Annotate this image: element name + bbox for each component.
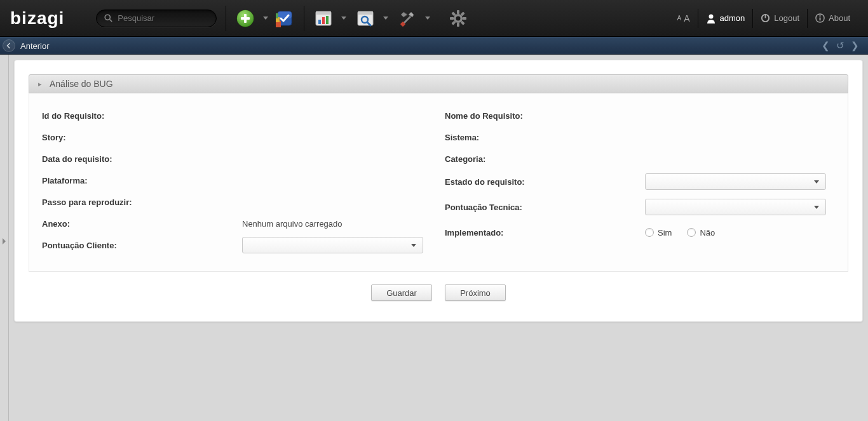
field-pontuacao-cliente: Pontuação Cliente:: [42, 234, 432, 256]
svg-line-1: [110, 20, 112, 22]
breadcrumb-label[interactable]: Anterior: [20, 41, 50, 51]
field-id-requisito: Id do Requisito:: [42, 105, 432, 126]
field-data-requisito: Data do requisito:: [42, 148, 432, 170]
dropdown-caret-icon: [411, 244, 416, 247]
font-size-toggle[interactable]: AA: [669, 6, 697, 31]
toolbar-new-group: [235, 8, 271, 29]
save-button[interactable]: Guardar: [371, 284, 432, 301]
toolbar-admin-group: [397, 8, 433, 29]
topbar: bizagi: [0, 0, 868, 37]
label-story: Story:: [42, 133, 242, 142]
user-icon: [706, 13, 716, 23]
field-categoria: Categoria:: [445, 148, 835, 170]
svg-rect-23: [457, 23, 459, 27]
left-rail[interactable]: [0, 55, 9, 421]
field-sistema: Sistema:: [445, 126, 835, 148]
dropdown-caret-icon: [814, 180, 819, 184]
svg-rect-17: [358, 11, 373, 15]
svg-rect-22: [457, 10, 459, 14]
svg-rect-13: [318, 20, 321, 24]
dropdown-caret-icon[interactable]: [341, 17, 346, 20]
radio-group-implementado: Sim Não: [645, 228, 715, 237]
radio-sim[interactable]: Sim: [645, 228, 672, 237]
expand-handle-icon: [3, 238, 6, 244]
select-pontuacao-tecnica[interactable]: [645, 199, 826, 215]
logout-button[interactable]: Logout: [753, 6, 807, 31]
field-story: Story:: [42, 126, 432, 148]
chevron-left-icon: [6, 43, 12, 49]
label-pontuacao-cliente: Pontuação Cliente:: [42, 241, 242, 250]
select-estado-requisito[interactable]: [645, 173, 826, 190]
dropdown-caret-icon[interactable]: [383, 17, 388, 20]
field-passo-reproduzir: Passo para reproduzir:: [42, 191, 432, 213]
power-icon: [761, 13, 770, 23]
field-implementado: Implementado: Sim Não: [445, 222, 835, 243]
next-button[interactable]: Próximo: [445, 284, 506, 301]
form-panel: ▸ Análise do BUG Id do Requisito: Story:…: [14, 60, 863, 322]
toolbar-search-group: [355, 8, 391, 29]
back-button[interactable]: [3, 39, 15, 52]
search-icon: [104, 14, 112, 22]
nav-next-icon[interactable]: ❯: [851, 40, 859, 51]
nav-undo-icon[interactable]: ↺: [836, 40, 844, 51]
label-anexo: Anexo:: [42, 219, 242, 229]
new-button[interactable]: [235, 8, 255, 29]
svg-point-35: [819, 15, 820, 17]
section-body: Id do Requisito: Story: Data do requisit…: [29, 93, 848, 272]
logout-label: Logout: [774, 13, 799, 23]
label-categoria: Categoria:: [445, 154, 645, 164]
label-passo-reproduzir: Passo para reproduzir:: [42, 197, 242, 207]
label-estado-requisito: Estado do requisito:: [445, 177, 645, 187]
user-menu[interactable]: admon: [698, 6, 753, 31]
label-plataforma: Plataforma:: [42, 176, 242, 185]
field-anexo: Anexo: Nenhum arquivo carregado: [42, 213, 432, 234]
breadcrumb: Anterior ❮ ↺ ❯: [0, 37, 868, 55]
select-pontuacao-cliente[interactable]: [242, 237, 423, 253]
workspace: ▸ Análise do BUG Id do Requisito: Story:…: [0, 55, 868, 421]
chevron-right-icon: ▸: [38, 80, 42, 88]
svg-rect-36: [820, 18, 821, 21]
info-icon: [815, 13, 825, 23]
svg-rect-10: [276, 13, 278, 18]
dropdown-caret-icon[interactable]: [425, 17, 430, 20]
radio-nao[interactable]: Não: [687, 228, 715, 237]
radio-circle-icon: [645, 228, 654, 237]
radio-sim-label: Sim: [658, 228, 672, 237]
reports-button[interactable]: [313, 8, 334, 29]
left-column: Id do Requisito: Story: Data do requisit…: [42, 105, 432, 256]
svg-point-30: [456, 16, 461, 20]
about-label: About: [829, 13, 850, 23]
separator: [304, 6, 304, 31]
dropdown-caret-icon[interactable]: [263, 17, 268, 20]
toolbar-reports-group: [313, 8, 349, 29]
svg-rect-14: [322, 17, 325, 24]
label-implementado: Implementado:: [445, 228, 645, 237]
settings-button[interactable]: [448, 8, 468, 29]
admin-button[interactable]: [397, 8, 417, 29]
chart-icon: [315, 10, 332, 27]
svg-rect-5: [241, 17, 250, 20]
field-pontuacao-tecnica: Pontuação Tecnica:: [445, 196, 835, 218]
svg-point-0: [105, 15, 111, 20]
search-input[interactable]: [118, 13, 208, 23]
section-header[interactable]: ▸ Análise do BUG: [29, 74, 848, 93]
search-cases-button[interactable]: [355, 8, 376, 29]
search-box[interactable]: [96, 10, 217, 27]
svg-rect-25: [463, 17, 466, 20]
tasks-button[interactable]: [275, 8, 295, 29]
breadcrumb-nav: ❮ ↺ ❯: [822, 40, 865, 51]
main-area: ▸ Análise do BUG Id do Requisito: Story:…: [9, 55, 868, 421]
user-label: admon: [720, 13, 745, 23]
field-nome-requisito: Nome do Requisito:: [445, 105, 835, 126]
nav-prev-icon[interactable]: ❮: [822, 40, 830, 51]
label-pontuacao-tecnica: Pontuação Tecnica:: [445, 203, 645, 212]
value-anexo: Nenhum arquivo carregado: [242, 219, 432, 229]
svg-rect-7: [278, 11, 292, 18]
about-button[interactable]: About: [808, 6, 858, 31]
search-window-icon: [356, 10, 374, 27]
label-sistema: Sistema:: [445, 133, 645, 142]
svg-rect-15: [326, 16, 329, 24]
font-large-icon: A: [684, 13, 689, 23]
field-estado-requisito: Estado do requisito:: [445, 171, 835, 192]
dropdown-caret-icon: [814, 206, 819, 209]
